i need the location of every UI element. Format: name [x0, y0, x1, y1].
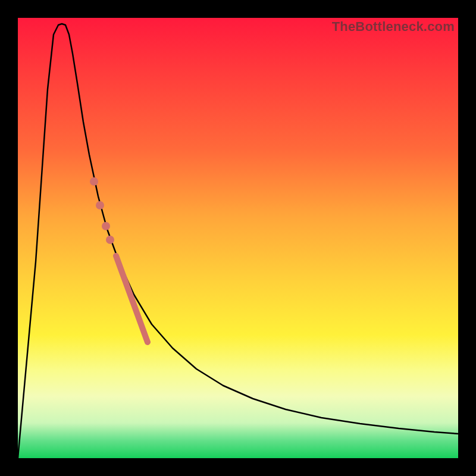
chart-svg: [18, 18, 458, 458]
chart-container: TheBottleneck.com: [0, 0, 476, 476]
marker-capsule: [116, 256, 148, 342]
marker-dot: [102, 222, 110, 230]
curve-line: [18, 24, 458, 458]
marker-dot: [106, 236, 114, 244]
plot-area: TheBottleneck.com: [18, 18, 458, 458]
marker-dot: [90, 177, 98, 186]
marker-dot: [96, 201, 104, 209]
